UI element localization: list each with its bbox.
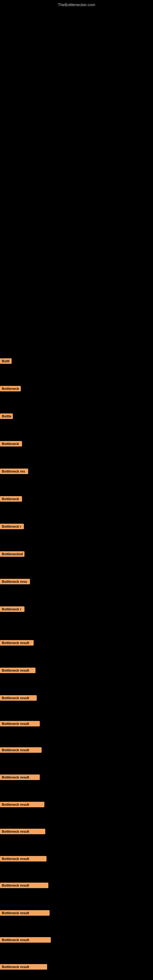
bottleneck-badge-19: Bottleneck result: [0, 856, 46, 861]
bottleneck-badge-1: Bottl: [0, 358, 12, 364]
bottleneck-badge-7: Bottleneck r: [0, 524, 24, 529]
bottleneck-badge-23: Bottleneck result: [0, 964, 47, 970]
bottleneck-badge-10: Bottleneck r: [0, 606, 24, 612]
bottleneck-badge-22: Bottleneck result: [0, 937, 51, 943]
bottleneck-badge-16: Bottleneck result: [0, 775, 40, 780]
bottleneck-badge-8: Bottlenecked: [0, 551, 24, 557]
bottleneck-badge-17: Bottleneck result: [0, 802, 45, 807]
bottleneck-badge-12: Bottleneck result: [0, 668, 35, 673]
bottleneck-badge-5: Bottleneck res: [0, 469, 28, 474]
bottleneck-badge-6: Bottleneck: [0, 496, 22, 502]
bottleneck-badge-3: Bottle: [0, 414, 13, 419]
bottleneck-badge-20: Bottleneck result: [0, 883, 48, 888]
bottleneck-badge-15: Bottleneck result: [0, 747, 41, 753]
bottleneck-badge-14: Bottleneck result: [0, 721, 40, 726]
site-title: TheBottlenecker.com: [58, 2, 95, 7]
bottleneck-badge-18: Bottleneck result: [0, 829, 45, 834]
bottleneck-badge-13: Bottleneck result: [0, 695, 37, 701]
bottleneck-badge-9: Bottleneck resu: [0, 579, 30, 584]
bottleneck-badge-21: Bottleneck result: [0, 910, 49, 916]
bottleneck-badge-2: Bottleneck: [0, 386, 21, 391]
bottleneck-badge-4: Bottleneck: [0, 441, 22, 447]
bottleneck-badge-11: Bottleneck result: [0, 640, 33, 646]
